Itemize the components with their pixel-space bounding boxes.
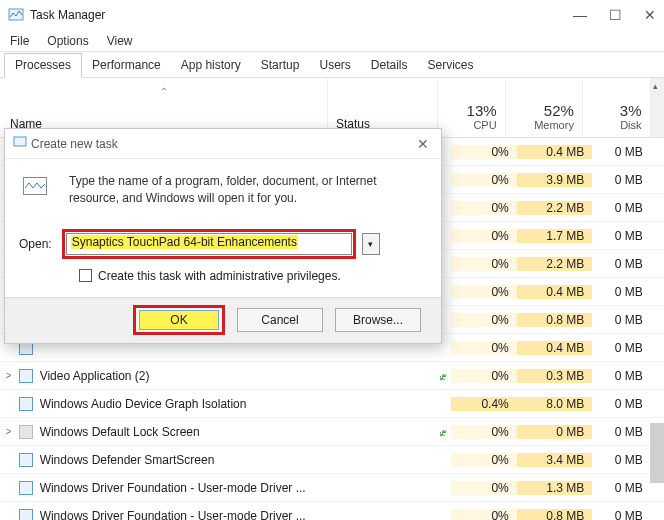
disk-cell: 0 MB: [592, 341, 651, 355]
col-cpu[interactable]: 13% CPU: [438, 78, 506, 137]
tab-app-history[interactable]: App history: [171, 54, 251, 77]
memory-cell: 0.8 MB: [517, 509, 593, 521]
tab-processes[interactable]: Processes: [4, 53, 82, 78]
run-small-icon: [13, 135, 27, 152]
table-row[interactable]: Windows Driver Foundation - User-mode Dr…: [0, 474, 664, 502]
cpu-cell: 0%: [451, 509, 517, 521]
disk-cell: 0 MB: [592, 229, 651, 243]
col-cpu-pct: 13%: [467, 102, 497, 119]
tab-users[interactable]: Users: [309, 54, 360, 77]
disk-cell: 0 MB: [592, 145, 651, 159]
sort-caret-icon: ⌃: [160, 86, 168, 97]
tab-details[interactable]: Details: [361, 54, 418, 77]
admin-checkbox[interactable]: [79, 269, 92, 282]
memory-cell: 2.2 MB: [517, 201, 593, 215]
dialog-title: Create new task: [27, 137, 413, 151]
menu-options[interactable]: Options: [47, 34, 88, 48]
dialog-close-button[interactable]: ✕: [413, 136, 433, 152]
memory-cell: 0.4 MB: [517, 341, 593, 355]
cpu-cell: 0%: [451, 453, 517, 467]
disk-cell: 0 MB: [592, 425, 651, 439]
tab-startup[interactable]: Startup: [251, 54, 310, 77]
browse-button[interactable]: Browse...: [335, 308, 421, 332]
app-icon: [8, 7, 24, 23]
minimize-button[interactable]: —: [573, 7, 587, 23]
memory-cell: 1.7 MB: [517, 229, 593, 243]
disk-cell: 0 MB: [592, 257, 651, 271]
open-dropdown-button[interactable]: ▾: [362, 233, 380, 255]
scrollbar-gutter[interactable]: ▴: [651, 78, 664, 137]
expand-toggle[interactable]: >: [0, 370, 17, 381]
col-cpu-label: CPU: [473, 119, 496, 131]
open-label: Open:: [19, 237, 52, 251]
maximize-button[interactable]: ☐: [609, 7, 622, 23]
process-icon: [17, 397, 36, 411]
col-disk-label: Disk: [620, 119, 641, 131]
tab-services[interactable]: Services: [418, 54, 484, 77]
process-name: Windows Defender SmartScreen: [36, 453, 326, 467]
table-row[interactable]: >Video Application (2)⸙0%0.3 MB0 MB: [0, 362, 664, 390]
cpu-cell: 0%: [451, 341, 517, 355]
col-disk-pct: 3%: [620, 102, 642, 119]
cpu-cell: 0%: [451, 313, 517, 327]
disk-cell: 0 MB: [592, 509, 651, 521]
table-row[interactable]: Windows Driver Foundation - User-mode Dr…: [0, 502, 664, 520]
memory-cell: 3.4 MB: [517, 453, 593, 467]
leaf-icon: ⸙: [436, 369, 451, 383]
menu-file[interactable]: File: [10, 34, 29, 48]
cpu-cell: 0%: [451, 201, 517, 215]
memory-cell: 0.8 MB: [517, 313, 593, 327]
col-disk[interactable]: 3% Disk: [583, 78, 651, 137]
memory-cell: 0.3 MB: [517, 369, 593, 383]
cancel-button[interactable]: Cancel: [237, 308, 323, 332]
process-name: Windows Default Lock Screen: [36, 425, 326, 439]
open-field-highlight: Synaptics TouchPad 64-bit Enhancements: [62, 229, 356, 259]
run-icon: [19, 173, 55, 205]
dialog-description: Type the name of a program, folder, docu…: [69, 173, 427, 207]
close-button[interactable]: ✕: [644, 7, 656, 23]
process-name: Windows Audio Device Graph Isolation: [36, 397, 326, 411]
scroll-up-icon[interactable]: ▴: [653, 81, 658, 91]
scrollbar-thumb[interactable]: [650, 423, 664, 483]
open-input[interactable]: Synaptics TouchPad 64-bit Enhancements: [66, 233, 352, 255]
window-title: Task Manager: [30, 8, 573, 22]
disk-cell: 0 MB: [592, 481, 651, 495]
menu-bar: File Options View: [0, 30, 664, 52]
tab-performance[interactable]: Performance: [82, 54, 171, 77]
admin-label: Create this task with administrative pri…: [98, 269, 341, 283]
cpu-cell: 0%: [451, 481, 517, 495]
cpu-cell: 0%: [451, 369, 517, 383]
table-row[interactable]: Windows Defender SmartScreen0%3.4 MB0 MB: [0, 446, 664, 474]
dialog-buttons: OK Cancel Browse...: [5, 297, 441, 343]
process-name: Windows Driver Foundation - User-mode Dr…: [36, 481, 326, 495]
table-row[interactable]: >Windows Default Lock Screen⸙0%0 MB0 MB: [0, 418, 664, 446]
process-name: Windows Driver Foundation - User-mode Dr…: [36, 509, 326, 521]
ok-button[interactable]: OK: [139, 310, 219, 330]
cpu-cell: 0%: [451, 425, 517, 439]
disk-cell: 0 MB: [592, 285, 651, 299]
table-row[interactable]: Windows Audio Device Graph Isolation0.4%…: [0, 390, 664, 418]
create-task-dialog: Create new task ✕ Type the name of a pro…: [4, 128, 442, 344]
open-input-value: Synaptics TouchPad 64-bit Enhancements: [71, 235, 298, 249]
cpu-cell: 0%: [451, 257, 517, 271]
svg-rect-1: [14, 137, 26, 146]
col-mem-pct: 52%: [544, 102, 574, 119]
process-icon: [17, 481, 36, 495]
process-icon: [17, 425, 36, 439]
cpu-cell: 0%: [451, 173, 517, 187]
menu-view[interactable]: View: [107, 34, 133, 48]
disk-cell: 0 MB: [592, 397, 651, 411]
expand-toggle[interactable]: >: [0, 426, 17, 437]
process-icon: [17, 509, 36, 521]
process-name: Video Application (2): [36, 369, 326, 383]
cpu-cell: 0%: [451, 229, 517, 243]
col-mem-label: Memory: [534, 119, 574, 131]
memory-cell: 3.9 MB: [517, 173, 593, 187]
col-memory[interactable]: 52% Memory: [506, 78, 583, 137]
cpu-cell: 0.4%: [451, 397, 517, 411]
memory-cell: 0.4 MB: [517, 285, 593, 299]
chevron-down-icon: ▾: [368, 239, 373, 249]
dialog-titlebar: Create new task ✕: [5, 129, 441, 159]
disk-cell: 0 MB: [592, 313, 651, 327]
memory-cell: 8.0 MB: [517, 397, 593, 411]
